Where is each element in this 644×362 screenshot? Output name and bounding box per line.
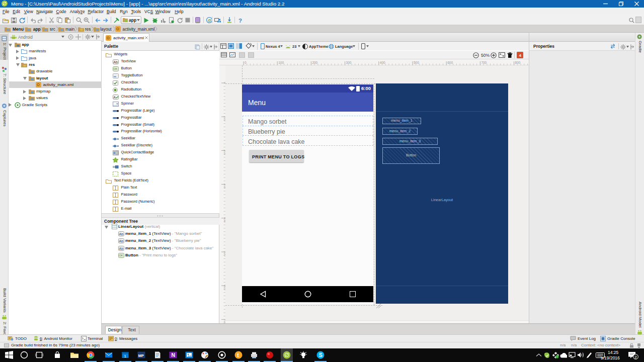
svg-text:200: 200: [312, 61, 317, 64]
svg-text:500: 500: [414, 61, 419, 64]
svg-text:Ab: Ab: [119, 232, 124, 235]
svg-text:Ab: Ab: [114, 60, 118, 63]
svg-text:100: 100: [278, 61, 284, 64]
svg-text:Ab: Ab: [119, 246, 124, 250]
svg-text:600: 600: [223, 285, 225, 290]
svg-text:N: N: [172, 352, 176, 358]
svg-text:@: @: [208, 18, 212, 23]
svg-text:OK: OK: [119, 254, 123, 257]
svg-text:100: 100: [223, 116, 225, 121]
svg-text:OK: OK: [114, 67, 118, 70]
svg-text:800: 800: [515, 61, 521, 64]
svg-text:500: 500: [223, 251, 225, 256]
svg-text:700: 700: [481, 61, 487, 64]
svg-text:400: 400: [223, 217, 225, 223]
svg-text:S: S: [319, 352, 323, 358]
svg-text:1: 1: [124, 354, 127, 358]
svg-text:0: 0: [245, 61, 247, 64]
svg-text:Ab: Ab: [119, 239, 124, 243]
svg-text:200: 200: [223, 149, 225, 155]
svg-text:600: 600: [447, 61, 453, 64]
svg-text:?: ?: [238, 18, 242, 24]
svg-text:A: A: [114, 95, 116, 99]
svg-text:300: 300: [223, 184, 225, 189]
svg-text:400: 400: [380, 61, 385, 64]
svg-text:MP: MP: [138, 353, 144, 358]
svg-text:300: 300: [346, 61, 352, 64]
